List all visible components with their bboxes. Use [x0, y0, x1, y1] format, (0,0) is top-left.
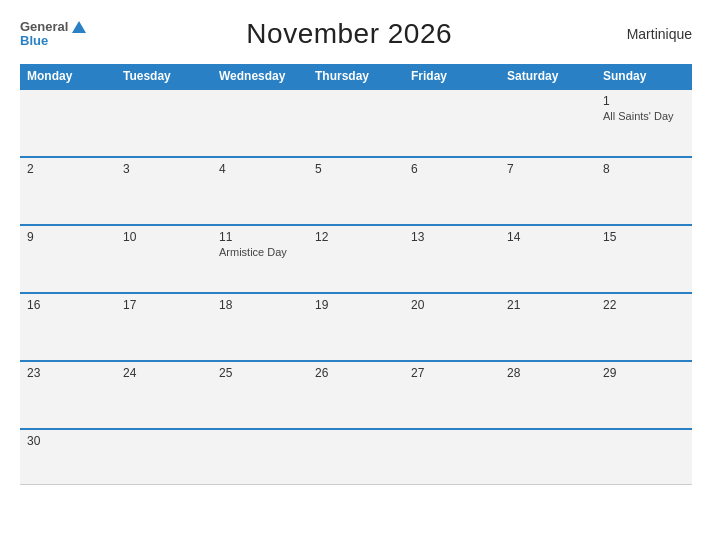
day-number: 23 [27, 366, 109, 380]
day-number: 16 [27, 298, 109, 312]
day-number: 20 [411, 298, 493, 312]
calendar-cell [308, 89, 404, 157]
calendar-cell [212, 89, 308, 157]
calendar-title: November 2026 [246, 18, 452, 50]
calendar-cell: 8 [596, 157, 692, 225]
col-header-thursday: Thursday [308, 64, 404, 89]
calendar-cell: 2 [20, 157, 116, 225]
week-row-5: 23242526272829 [20, 361, 692, 429]
day-number: 10 [123, 230, 205, 244]
calendar-cell: 23 [20, 361, 116, 429]
col-header-saturday: Saturday [500, 64, 596, 89]
day-number: 13 [411, 230, 493, 244]
calendar-header-row: MondayTuesdayWednesdayThursdayFridaySatu… [20, 64, 692, 89]
calendar-cell [308, 429, 404, 484]
day-number: 26 [315, 366, 397, 380]
calendar-cell [116, 429, 212, 484]
day-event: Armistice Day [219, 246, 301, 258]
day-number: 21 [507, 298, 589, 312]
day-number: 17 [123, 298, 205, 312]
logo-triangle-icon [72, 21, 86, 33]
calendar-cell: 22 [596, 293, 692, 361]
day-number: 5 [315, 162, 397, 176]
calendar-cell: 18 [212, 293, 308, 361]
calendar-cell: 9 [20, 225, 116, 293]
calendar-header: General Blue November 2026 Martinique [20, 18, 692, 50]
day-number: 19 [315, 298, 397, 312]
day-event: All Saints' Day [603, 110, 685, 122]
calendar-cell: 10 [116, 225, 212, 293]
calendar-cell [116, 89, 212, 157]
calendar-cell: 1All Saints' Day [596, 89, 692, 157]
day-number: 29 [603, 366, 685, 380]
day-number: 30 [27, 434, 109, 448]
day-number: 14 [507, 230, 589, 244]
calendar-cell: 25 [212, 361, 308, 429]
day-number: 4 [219, 162, 301, 176]
calendar-cell: 26 [308, 361, 404, 429]
calendar-cell: 16 [20, 293, 116, 361]
calendar-cell: 7 [500, 157, 596, 225]
day-number: 1 [603, 94, 685, 108]
col-header-friday: Friday [404, 64, 500, 89]
day-number: 9 [27, 230, 109, 244]
calendar-cell [500, 89, 596, 157]
logo-blue-text: Blue [20, 34, 86, 48]
week-row-3: 91011Armistice Day12131415 [20, 225, 692, 293]
calendar-cell: 30 [20, 429, 116, 484]
calendar-cell: 6 [404, 157, 500, 225]
day-number: 18 [219, 298, 301, 312]
day-number: 27 [411, 366, 493, 380]
calendar-cell: 14 [500, 225, 596, 293]
day-number: 15 [603, 230, 685, 244]
day-number: 28 [507, 366, 589, 380]
calendar-cell [20, 89, 116, 157]
calendar-grid: MondayTuesdayWednesdayThursdayFridaySatu… [20, 64, 692, 485]
col-header-monday: Monday [20, 64, 116, 89]
col-header-wednesday: Wednesday [212, 64, 308, 89]
calendar-cell: 27 [404, 361, 500, 429]
calendar-cell [404, 429, 500, 484]
calendar-cell [500, 429, 596, 484]
week-row-4: 16171819202122 [20, 293, 692, 361]
day-number: 2 [27, 162, 109, 176]
calendar-cell: 29 [596, 361, 692, 429]
day-number: 11 [219, 230, 301, 244]
calendar-cell: 17 [116, 293, 212, 361]
calendar-cell: 28 [500, 361, 596, 429]
col-header-tuesday: Tuesday [116, 64, 212, 89]
week-row-2: 2345678 [20, 157, 692, 225]
col-header-sunday: Sunday [596, 64, 692, 89]
day-number: 6 [411, 162, 493, 176]
day-number: 7 [507, 162, 589, 176]
day-number: 12 [315, 230, 397, 244]
calendar-cell: 5 [308, 157, 404, 225]
calendar-cell: 12 [308, 225, 404, 293]
calendar-cell: 19 [308, 293, 404, 361]
calendar-cell: 15 [596, 225, 692, 293]
day-number: 3 [123, 162, 205, 176]
logo: General Blue [20, 20, 86, 49]
day-number: 24 [123, 366, 205, 380]
calendar-region: Martinique [612, 26, 692, 42]
calendar-cell [404, 89, 500, 157]
calendar-cell [212, 429, 308, 484]
calendar-cell: 20 [404, 293, 500, 361]
day-number: 8 [603, 162, 685, 176]
day-number: 25 [219, 366, 301, 380]
calendar-cell: 24 [116, 361, 212, 429]
week-row-6: 30 [20, 429, 692, 484]
calendar-cell: 21 [500, 293, 596, 361]
calendar-container: General Blue November 2026 Martinique Mo… [0, 0, 712, 550]
logo-general-text: General [20, 20, 68, 34]
week-row-1: 1All Saints' Day [20, 89, 692, 157]
calendar-cell [596, 429, 692, 484]
calendar-cell: 3 [116, 157, 212, 225]
day-number: 22 [603, 298, 685, 312]
calendar-cell: 4 [212, 157, 308, 225]
calendar-cell: 13 [404, 225, 500, 293]
calendar-cell: 11Armistice Day [212, 225, 308, 293]
